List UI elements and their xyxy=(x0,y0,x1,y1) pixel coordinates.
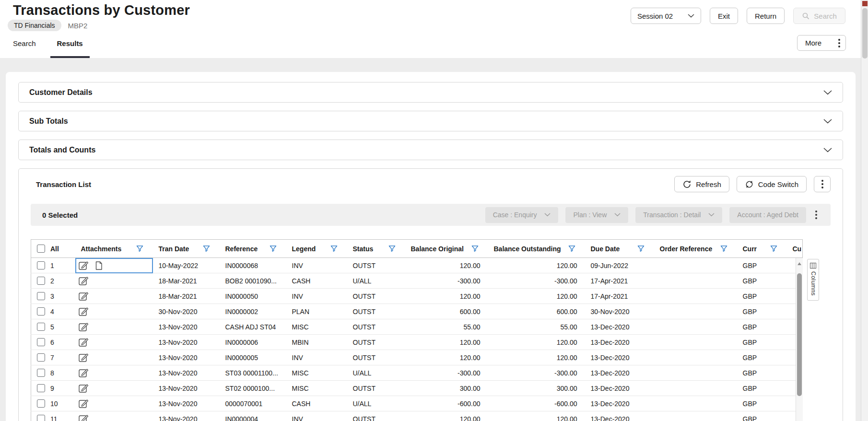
search-button[interactable]: Search xyxy=(793,8,845,24)
note-edit-icon[interactable] xyxy=(77,367,90,379)
attachments-cell[interactable] xyxy=(75,335,153,350)
row-checkbox[interactable] xyxy=(37,369,45,377)
legend-cell: INV xyxy=(286,258,347,273)
row-checkbox[interactable] xyxy=(37,261,45,269)
row-checkbox[interactable] xyxy=(37,307,45,316)
table-row[interactable]: 2 xyxy=(31,273,803,289)
tran-date-cell: 10-May-2022 xyxy=(153,258,220,273)
currency-cell: GBP xyxy=(737,319,787,335)
page-scrollbar-thumb[interactable] xyxy=(862,8,868,58)
due-date-cell: 13-Dec-2020 xyxy=(585,350,654,365)
attachments-cell[interactable] xyxy=(75,365,153,381)
table-row[interactable]: 8 xyxy=(31,365,803,381)
filter-icon[interactable] xyxy=(388,245,396,252)
accordion-section[interactable]: Totals and Counts xyxy=(18,140,843,160)
table-row[interactable]: 9 xyxy=(31,381,803,396)
table-row[interactable]: 11 xyxy=(31,411,803,421)
panel-kebab-button[interactable] xyxy=(814,176,831,192)
attachments-cell[interactable] xyxy=(75,396,153,411)
note-edit-icon[interactable] xyxy=(77,259,90,272)
attachments-cell[interactable] xyxy=(75,304,153,319)
row-checkbox[interactable] xyxy=(37,277,45,285)
note-edit-icon[interactable] xyxy=(77,336,90,349)
table-row[interactable]: 3 xyxy=(31,289,803,304)
table-row[interactable]: 5 xyxy=(31,319,803,335)
attachments-cell[interactable] xyxy=(75,258,153,273)
more-button[interactable]: More xyxy=(797,35,846,51)
table-scrollbar-thumb[interactable] xyxy=(797,273,802,396)
row-checkbox[interactable] xyxy=(37,399,45,408)
attachments-cell[interactable] xyxy=(75,273,153,289)
row-checkbox[interactable] xyxy=(37,338,45,346)
note-edit-icon[interactable] xyxy=(77,413,90,421)
row-select-cell: 5 xyxy=(31,319,75,335)
filter-icon[interactable] xyxy=(637,245,645,252)
table-row[interactable]: 7 xyxy=(31,350,803,365)
bulk-action-label: Transaction : Detail xyxy=(643,211,701,219)
return-button[interactable]: Return xyxy=(747,8,785,24)
bulk-action-dropdown[interactable]: Plan : View xyxy=(565,207,628,223)
filter-icon[interactable] xyxy=(203,245,210,252)
note-edit-icon[interactable] xyxy=(77,351,90,364)
order-reference-cell xyxy=(654,273,737,289)
bulk-action-dropdown[interactable]: Account : Aged Debt xyxy=(729,207,806,223)
page-scrollbar[interactable] xyxy=(861,0,868,421)
select-all-checkbox[interactable] xyxy=(37,245,45,253)
table-row[interactable]: 4 xyxy=(31,304,803,319)
table-scrollbar[interactable] xyxy=(796,258,803,421)
table-row[interactable]: 10 xyxy=(31,396,803,411)
bulk-action-dropdown[interactable]: Transaction : Detail xyxy=(635,207,722,223)
tab-results[interactable]: Results xyxy=(50,35,90,58)
attachments-cell[interactable] xyxy=(75,381,153,396)
column-header: Reference xyxy=(220,240,286,258)
bulk-action-dropdown[interactable]: Case : Enquiry xyxy=(485,207,559,223)
header-subrow: TD Financials MBP2 xyxy=(8,20,87,31)
row-checkbox[interactable] xyxy=(37,384,45,392)
tran-date-cell: 13-Nov-2020 xyxy=(153,350,220,365)
filter-icon[interactable] xyxy=(770,245,777,252)
exit-button[interactable]: Exit xyxy=(710,8,738,24)
table-row[interactable]: 1 xyxy=(31,258,803,273)
tab-search[interactable]: Search xyxy=(13,35,36,58)
filter-icon[interactable] xyxy=(568,245,575,252)
filter-icon[interactable] xyxy=(136,245,143,252)
note-edit-icon[interactable] xyxy=(77,321,90,333)
session-dropdown[interactable]: Session 02 xyxy=(631,8,701,24)
attachments-cell[interactable] xyxy=(75,411,153,421)
note-edit-icon[interactable] xyxy=(77,382,90,395)
column-header-label: Tran Date xyxy=(159,245,189,253)
row-checkbox[interactable] xyxy=(37,323,45,331)
bulk-action-label: Account : Aged Debt xyxy=(737,211,798,219)
note-edit-icon[interactable] xyxy=(77,290,90,303)
code-switch-button[interactable]: Code Switch xyxy=(737,176,807,192)
copy-document-icon[interactable] xyxy=(93,259,106,272)
scrollbar-top-marker xyxy=(862,1,868,6)
table-row[interactable]: 6 xyxy=(31,335,803,350)
accordion-section[interactable]: Customer Details xyxy=(18,82,843,103)
row-checkbox[interactable] xyxy=(37,353,45,362)
row-checkbox[interactable] xyxy=(37,292,45,300)
note-edit-icon[interactable] xyxy=(77,398,90,410)
column-header: Balance Outstanding xyxy=(488,240,585,258)
order-reference-cell xyxy=(654,335,737,350)
filter-icon[interactable] xyxy=(720,245,727,252)
row-number: 6 xyxy=(50,339,54,346)
order-reference-cell xyxy=(654,396,737,411)
filter-icon[interactable] xyxy=(330,245,338,252)
filter-icon[interactable] xyxy=(270,245,277,252)
toolbar-kebab-button[interactable] xyxy=(813,209,819,221)
row-number: 2 xyxy=(50,277,54,285)
transaction-list-header: Transaction List Refresh Code Switch xyxy=(19,169,843,192)
row-checkbox[interactable] xyxy=(37,415,45,421)
note-edit-icon[interactable] xyxy=(77,305,90,318)
note-edit-icon[interactable] xyxy=(77,275,90,287)
refresh-button[interactable]: Refresh xyxy=(674,176,729,192)
filter-icon[interactable] xyxy=(471,245,479,252)
attachments-cell[interactable] xyxy=(75,350,153,365)
attachments-cell[interactable] xyxy=(75,289,153,304)
accordion-section[interactable]: Sub Totals xyxy=(18,111,843,131)
columns-button[interactable]: Columns xyxy=(807,259,819,301)
scroll-up-arrow-icon[interactable] xyxy=(798,260,801,265)
attachments-cell[interactable] xyxy=(75,319,153,335)
chevron-down-icon xyxy=(823,148,832,152)
